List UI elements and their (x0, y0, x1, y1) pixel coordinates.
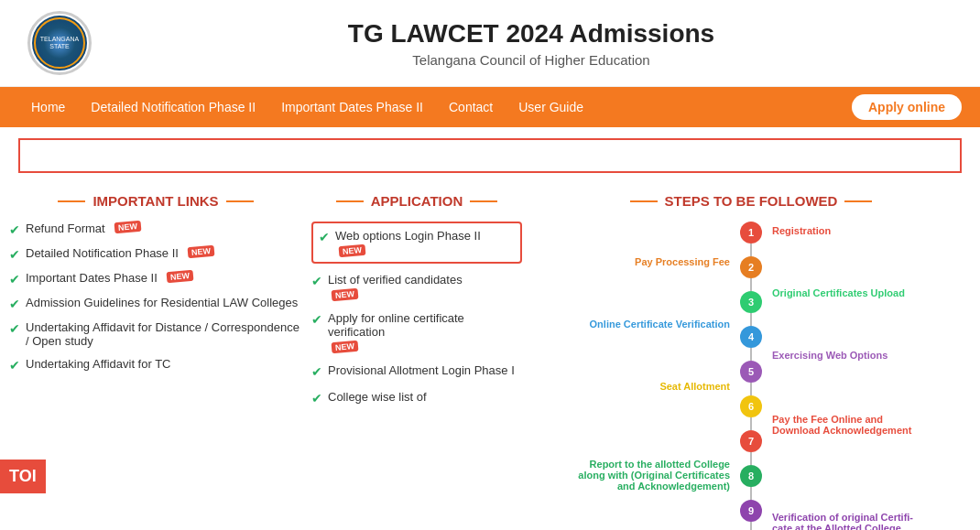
app-provisional-allotment[interactable]: ✔ Provisional Allotment Login Phase I (311, 363, 522, 379)
spacer (772, 302, 971, 315)
new-badge: NEW (332, 341, 359, 353)
link-undertaking-tc[interactable]: ✔ Undertaking Affidavit for TC (9, 357, 302, 373)
link-label: Undertaking Affidavit for TC (26, 357, 171, 371)
link-label: Important Dates Phase II (26, 271, 158, 285)
important-links-header: IMPORTANT LINKS (9, 193, 302, 209)
spacer (772, 364, 971, 377)
steps-center: 1 2 3 4 5 6 7 8 (737, 222, 765, 530)
nav-dates[interactable]: Important Dates Phase II (268, 87, 436, 127)
step-left-report: Report to the allotted Collegealong with… (578, 454, 730, 496)
dash-left (630, 200, 658, 202)
step-bubble-1: 1 (740, 222, 762, 243)
steps-right-labels: Registration Original Certificates Uploa… (765, 222, 971, 530)
steps-left-labels: Pay Processing Fee Online Certificate Ve… (531, 222, 737, 530)
spacer (772, 315, 971, 333)
spacer (772, 271, 971, 284)
main-content: IMPORTANT LINKS ✔ Refund Format NEW ✔ De… (0, 184, 980, 530)
link-refund-format[interactable]: ✔ Refund Format NEW (9, 222, 302, 237)
main-nav: Home Detailed Notification Phase II Impo… (0, 87, 980, 127)
checkmark-icon: ✔ (319, 230, 330, 244)
step-line (750, 278, 752, 291)
step-bubble-2: 2 (740, 256, 762, 278)
step-right-9: Verification of original Certifi-cate at… (772, 509, 971, 530)
app-label: List of verified candidates (328, 273, 463, 287)
new-badge: NEW (114, 221, 141, 233)
step-line (750, 522, 752, 530)
checkmark-icon: ✔ (9, 222, 20, 237)
checkmark-icon: ✔ (9, 247, 20, 262)
nav-home[interactable]: Home (18, 87, 78, 127)
step-bubble-5: 5 (740, 361, 762, 383)
spacer (772, 441, 971, 454)
step-bubble-7: 7 (740, 430, 762, 452)
news-ticker: 024. Exercising Web options- Phase II is… (18, 138, 962, 173)
steps-section: STEPS TO BE FOLLOWED Pay Processing Fee … (531, 193, 971, 530)
steps-title: STEPS TO BE FOLLOWED (665, 193, 838, 209)
app-college-wise[interactable]: ✔ College wise list of (311, 390, 522, 406)
checkmark-icon: ✔ (9, 297, 20, 311)
site-title-block: TG LAWCET 2024 Admissions Telangana Coun… (110, 19, 953, 68)
step-line (750, 348, 752, 361)
checkmark-icon: ✔ (9, 272, 20, 287)
step-right-5: Exercising Web Options (772, 346, 971, 364)
nav-notification[interactable]: Detailed Notification Phase II (78, 87, 268, 127)
ticker-text: 024. Exercising Web options- Phase II is… (20, 148, 962, 164)
dash-left (58, 200, 85, 202)
dash-right (226, 200, 254, 202)
step-bubble-9: 9 (740, 500, 762, 522)
link-undertaking-affidavit[interactable]: ✔ Undertaking Affidavit for Distance / C… (9, 320, 302, 348)
step-bubble-3: 3 (740, 291, 762, 313)
app-web-options[interactable]: ✔ Web options Login Phase II NEW (311, 222, 522, 264)
dash-right (470, 200, 497, 202)
step-bubble-8: 8 (740, 465, 762, 487)
checkmark-icon: ✔ (311, 274, 322, 288)
site-title: TG LAWCET 2024 Admissions (110, 19, 953, 49)
step-left-seat: Seat Allotment (659, 377, 730, 395)
new-badge: NEW (166, 270, 193, 283)
application-header: APPLICATION (311, 193, 522, 209)
step-bubble-6: 6 (740, 395, 762, 417)
spacer (772, 496, 971, 509)
steps-header: STEPS TO BE FOLLOWED (531, 193, 971, 209)
link-label: Detailed Notification Phase II (26, 246, 179, 260)
new-badge: NEW (339, 244, 366, 257)
step-right-1: Registration (772, 222, 971, 240)
checkmark-icon: ✔ (9, 321, 20, 336)
app-apply-certificate[interactable]: ✔ Apply for online certificate verificat… (311, 311, 522, 352)
new-badge: NEW (332, 288, 359, 301)
link-detailed-notification[interactable]: ✔ Detailed Notification Phase II NEW (9, 246, 302, 262)
spacer (772, 333, 971, 346)
app-label: Apply for online certificate verificatio… (328, 311, 464, 339)
spacer (772, 253, 971, 271)
step-line (750, 383, 752, 395)
step-bubble-4: 4 (740, 326, 762, 348)
dash-left (336, 200, 364, 202)
checkmark-icon: ✔ (311, 364, 322, 379)
link-important-dates[interactable]: ✔ Important Dates Phase II NEW (9, 271, 302, 287)
link-label: Undertaking Affidavit for Distance / Cor… (26, 320, 302, 348)
app-label: Provisional Allotment Login Phase I (328, 363, 515, 377)
important-links-section: IMPORTANT LINKS ✔ Refund Format NEW ✔ De… (9, 193, 302, 530)
checkmark-icon: ✔ (311, 312, 322, 327)
step-right-3: Original Certificates Upload (772, 284, 971, 302)
step-line (750, 452, 752, 465)
logo: TELANGANASTATE (27, 11, 92, 75)
checkmark-icon: ✔ (311, 391, 322, 406)
site-subtitle: Telangana Council of Higher Education (110, 52, 953, 68)
step-left-pay: Pay Processing Fee (635, 253, 730, 271)
spacer (772, 454, 971, 496)
application-title: APPLICATION (371, 193, 463, 209)
link-label: Admission Guidelines for Residential LAW… (26, 296, 298, 309)
apply-online-button[interactable]: Apply online (852, 94, 962, 120)
steps-layout: Pay Processing Fee Online Certificate Ve… (531, 222, 971, 530)
nav-guide[interactable]: User Guide (506, 87, 596, 127)
app-label: Web options Login Phase II (335, 229, 481, 243)
step-line (750, 243, 752, 256)
app-list-verified[interactable]: ✔ List of verified candidates NEW (311, 273, 522, 300)
important-links-title: IMPORTANT LINKS (93, 193, 218, 209)
checkmark-icon: ✔ (9, 358, 20, 373)
spacer (772, 240, 971, 253)
link-label: Refund Format (26, 222, 105, 235)
link-admission-guidelines[interactable]: ✔ Admission Guidelines for Residential L… (9, 296, 302, 311)
nav-contact[interactable]: Contact (436, 87, 506, 127)
